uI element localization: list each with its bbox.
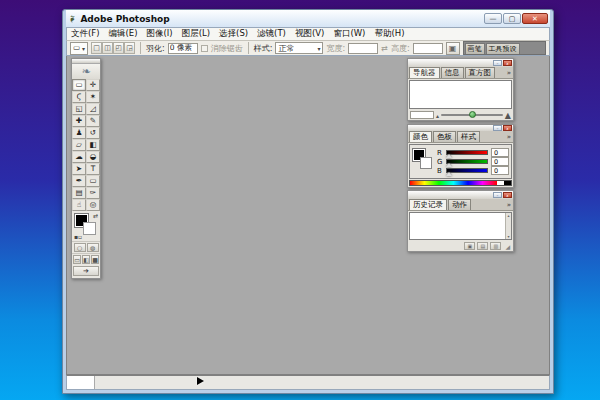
palette-close-button[interactable]: x bbox=[503, 60, 512, 66]
tab-history[interactable]: 历史记录 bbox=[409, 199, 447, 210]
fullscreen-button[interactable]: ■ bbox=[91, 255, 99, 264]
menu-layer[interactable]: 图层(L) bbox=[182, 28, 210, 40]
default-colors-icon[interactable]: ▪▫ bbox=[74, 233, 82, 240]
zoom-tool[interactable]: ◎ bbox=[86, 199, 100, 211]
resize-grip-icon[interactable]: ◢ bbox=[505, 243, 510, 250]
eraser-tool[interactable]: ▱ bbox=[72, 139, 86, 151]
background-color-swatch[interactable] bbox=[420, 157, 432, 169]
current-tool-button[interactable]: ▭ ▾ bbox=[70, 42, 88, 55]
panel-menu-icon[interactable]: » bbox=[507, 133, 511, 141]
standard-screen-button[interactable]: ▭ bbox=[73, 255, 81, 264]
zoom-out-icon[interactable]: ▴ bbox=[436, 112, 439, 119]
red-channel-value[interactable]: 0 bbox=[491, 148, 509, 157]
menu-help[interactable]: 帮助(H) bbox=[374, 28, 404, 40]
tab-actions[interactable]: 动作 bbox=[448, 199, 471, 210]
blur-tool[interactable]: ☁ bbox=[72, 151, 86, 163]
swap-colors-icon[interactable]: ⇄ bbox=[93, 212, 98, 219]
palette-minimize-button[interactable]: – bbox=[493, 60, 502, 66]
brush-tool[interactable]: ✎ bbox=[86, 115, 100, 127]
zoom-slider[interactable] bbox=[441, 114, 503, 116]
tab-color[interactable]: 颜色 bbox=[409, 131, 432, 142]
style-select[interactable]: 正常 ▾ bbox=[275, 42, 323, 54]
scroll-down-icon[interactable]: ▾ bbox=[507, 234, 509, 239]
path-selection-tool[interactable]: ➤ bbox=[72, 163, 86, 175]
minimize-button[interactable]: — bbox=[484, 13, 502, 24]
width-input[interactable] bbox=[348, 43, 378, 54]
zoom-slider-thumb[interactable] bbox=[469, 111, 476, 118]
rectangular-marquee-tool[interactable]: ▭ bbox=[72, 79, 86, 91]
history-brush-tool[interactable]: ↺ bbox=[86, 127, 100, 139]
tab-navigator[interactable]: 导航器 bbox=[409, 67, 440, 78]
standard-mode-button[interactable]: ○ bbox=[74, 243, 86, 252]
antialias-checkbox[interactable] bbox=[201, 45, 208, 52]
move-tool[interactable]: ✛ bbox=[86, 79, 100, 91]
menu-select[interactable]: 选择(S) bbox=[219, 28, 248, 40]
history-palette-titlebar[interactable]: – x bbox=[408, 191, 513, 199]
feather-input[interactable] bbox=[168, 43, 198, 54]
title-bar[interactable]: ❧ Adobe Photoshop — ▢ ✕ bbox=[66, 10, 550, 27]
menu-window[interactable]: 窗口(W) bbox=[333, 28, 365, 40]
background-color-swatch[interactable] bbox=[83, 222, 96, 235]
spectrum-ramp[interactable] bbox=[410, 181, 497, 185]
slice-tool[interactable]: ◿ bbox=[86, 103, 100, 115]
navigator-zoom-input[interactable] bbox=[410, 111, 434, 119]
swap-dimensions-icon[interactable]: ⇄ bbox=[381, 44, 388, 53]
black-swatch[interactable] bbox=[504, 181, 511, 185]
zoom-percentage-box[interactable] bbox=[67, 376, 95, 389]
menu-filter[interactable]: 滤镜(T) bbox=[257, 28, 286, 40]
maximize-button[interactable]: ▢ bbox=[503, 13, 521, 24]
panel-menu-icon[interactable]: » bbox=[507, 69, 511, 77]
menu-view[interactable]: 视图(V) bbox=[295, 28, 324, 40]
new-selection-button[interactable]: □ bbox=[91, 42, 102, 54]
dodge-tool[interactable]: ◒ bbox=[86, 151, 100, 163]
navigator-palette-titlebar[interactable]: – x bbox=[408, 59, 513, 67]
path-selection-icon: ➤ bbox=[76, 165, 82, 173]
tab-styles[interactable]: 样式 bbox=[457, 131, 480, 142]
pen-tool[interactable]: ✒ bbox=[72, 175, 86, 187]
scroll-up-icon[interactable]: ▴ bbox=[507, 213, 509, 218]
menu-image[interactable]: 图像(I) bbox=[147, 28, 173, 40]
white-swatch[interactable] bbox=[497, 181, 504, 185]
notes-tool[interactable]: ▤ bbox=[72, 187, 86, 199]
menu-edit[interactable]: 编辑(E) bbox=[109, 28, 138, 40]
lasso-tool[interactable]: Ϛ bbox=[72, 91, 86, 103]
blue-channel-value[interactable]: 0 bbox=[491, 166, 509, 175]
well-tab-tool-presets[interactable]: 工具预设 bbox=[486, 43, 520, 54]
menu-file[interactable]: 文件(F) bbox=[71, 28, 100, 40]
panel-menu-icon[interactable]: » bbox=[507, 201, 511, 209]
shape-tool[interactable]: ▭ bbox=[86, 175, 100, 187]
well-tab-brushes[interactable]: 画笔 bbox=[465, 43, 485, 54]
file-browser-icon[interactable]: ▣ bbox=[446, 42, 460, 55]
red-channel-slider[interactable] bbox=[446, 150, 488, 155]
healing-brush-tool[interactable]: ✚ bbox=[72, 115, 86, 127]
hand-tool[interactable]: ☝ bbox=[72, 199, 86, 211]
color-spectrum-bar[interactable] bbox=[409, 180, 512, 186]
new-document-from-state-button[interactable]: ▣ bbox=[464, 242, 475, 250]
tab-info[interactable]: 信息 bbox=[441, 67, 464, 78]
zoom-in-icon[interactable]: ▲ bbox=[505, 111, 511, 120]
fullscreen-menubar-button[interactable]: ◧ bbox=[82, 255, 90, 264]
blue-channel-slider[interactable] bbox=[446, 168, 488, 173]
green-channel-value[interactable]: 0 bbox=[491, 157, 509, 166]
new-snapshot-button[interactable]: ▤ bbox=[477, 242, 488, 250]
quick-mask-mode-button[interactable]: ◍ bbox=[87, 243, 99, 252]
palette-minimize-button[interactable]: – bbox=[493, 192, 502, 198]
gradient-tool[interactable]: ◧ bbox=[86, 139, 100, 151]
tab-swatches[interactable]: 色板 bbox=[433, 131, 456, 142]
height-input[interactable] bbox=[413, 43, 443, 54]
green-channel-slider[interactable] bbox=[446, 159, 488, 164]
add-selection-button[interactable]: ◫ bbox=[102, 42, 113, 54]
magic-wand-tool[interactable]: ✶ bbox=[86, 91, 100, 103]
subtract-selection-button[interactable]: ◰ bbox=[113, 42, 124, 54]
close-button[interactable]: ✕ bbox=[522, 13, 548, 24]
clone-stamp-tool[interactable]: ♟ bbox=[72, 127, 86, 139]
intersect-selection-button[interactable]: ◲ bbox=[124, 42, 135, 54]
tab-histogram[interactable]: 直方图 bbox=[465, 67, 496, 78]
type-tool[interactable]: T bbox=[86, 163, 100, 175]
history-scrollbar[interactable]: ▴ ▾ bbox=[505, 213, 511, 239]
palette-close-button[interactable]: x bbox=[503, 192, 512, 198]
delete-state-button[interactable]: ▥ bbox=[490, 242, 501, 250]
eyedropper-tool[interactable]: ✑ bbox=[86, 187, 100, 199]
jump-to-imageready-button[interactable]: ➔ bbox=[73, 266, 99, 276]
crop-tool[interactable]: ◱ bbox=[72, 103, 86, 115]
